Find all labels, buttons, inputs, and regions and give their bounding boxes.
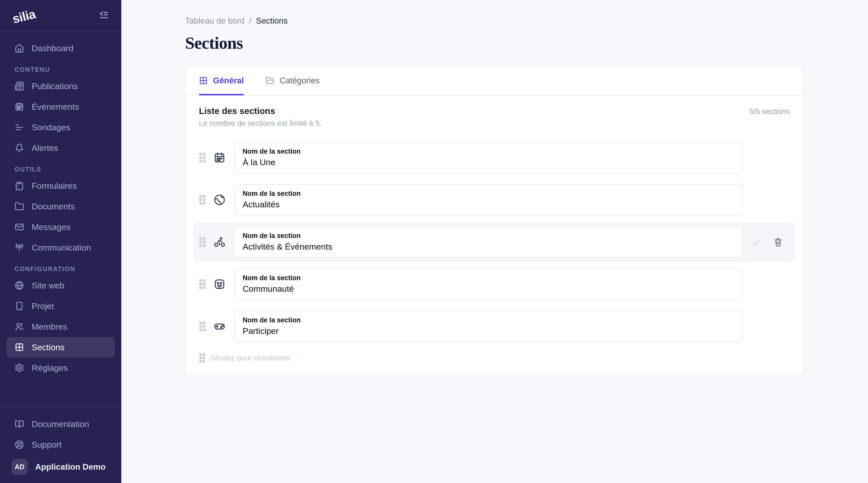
folder-open-icon (266, 76, 275, 85)
face-smile-icon (214, 278, 225, 290)
avatar: AD (11, 459, 28, 475)
tab-general[interactable]: Général (199, 66, 244, 95)
home-icon (14, 43, 24, 53)
section-name-field[interactable]: Nom de la section (234, 184, 743, 215)
sections-list: Nom de la section Nom de la section (199, 138, 789, 346)
life-buoy-icon (14, 440, 24, 449)
sidebar-item-projet[interactable]: Projet (6, 296, 115, 316)
sidebar-item-label: Alertes (32, 143, 58, 153)
sidebar-item-site-web[interactable]: Site web (6, 275, 115, 296)
section-name-input[interactable] (243, 284, 734, 294)
sidebar-item-formulaires[interactable]: Formulaires (6, 175, 115, 196)
sidebar-item-dashboard[interactable]: Dashboard (6, 38, 115, 59)
confirm-button[interactable] (751, 237, 762, 247)
sidebar-item-sections[interactable]: Sections (6, 337, 115, 357)
drag-handle-icon[interactable] (199, 152, 207, 163)
sidebar-item-documents[interactable]: Documents (6, 196, 115, 217)
app-root: silia Dashboard CONTENU Publications Évé… (0, 0, 868, 483)
sidebar-item-label: Documentation (32, 419, 89, 429)
list-icon (14, 123, 24, 132)
grid-icon (14, 343, 24, 352)
user-menu[interactable]: AD Application Demo (6, 455, 115, 477)
sidebar-item-sondages[interactable]: Sondages (6, 117, 115, 137)
section-name-input[interactable] (243, 326, 734, 336)
tab-categories[interactable]: Catégories (266, 66, 320, 95)
list-subtitle: Le nombre de sections est limité à 5. (199, 119, 789, 128)
tab-label: Général (213, 76, 244, 85)
trash-icon (773, 237, 783, 247)
grid-icon (199, 76, 208, 85)
breadcrumb-separator: / (249, 16, 251, 26)
sidebar-item-label: Publications (32, 81, 78, 91)
list-title: Liste des sections (199, 106, 275, 116)
breadcrumb: Tableau de bord / Sections (185, 16, 803, 26)
antenna-icon (14, 243, 24, 252)
gamepad-icon (214, 320, 225, 332)
sidebar-item-documentation[interactable]: Documentation (6, 414, 115, 434)
section-name-field[interactable]: Nom de la section (234, 268, 743, 300)
sidebar-group-contenu: CONTENU (14, 66, 107, 73)
sidebar-item-label: Projet (32, 301, 54, 311)
sidebar-header: silia (0, 0, 121, 31)
section-row: Nom de la section (193, 138, 795, 177)
page-title: Sections (185, 33, 803, 53)
newspaper-icon (14, 81, 24, 91)
sections-counter: 5/5 sections (749, 107, 789, 116)
sidebar-group-outils: OUTILS (14, 166, 107, 173)
section-name-field[interactable]: Nom de la section (234, 311, 743, 342)
app-logo: silia (11, 6, 37, 26)
sidebar-item-label: Communication (32, 243, 91, 253)
folder-icon (14, 201, 24, 211)
sidebar-item-membres[interactable]: Membres (6, 316, 115, 337)
sidebar-item-label: Documents (32, 201, 75, 212)
field-label: Nom de la section (243, 274, 734, 282)
book-open-icon (14, 419, 24, 429)
gear-icon (14, 363, 24, 373)
section-row: Nom de la section (193, 265, 795, 304)
sidebar-item-label: Formulaires (32, 181, 76, 191)
field-label: Nom de la section (243, 190, 734, 198)
sidebar-item-support[interactable]: Support (6, 434, 115, 455)
sidebar-item-label: Support (32, 440, 62, 450)
drag-handle-icon[interactable] (199, 194, 207, 205)
globe-icon (14, 281, 24, 290)
sidebar-item-messages[interactable]: Messages (6, 217, 115, 237)
collapse-sidebar-icon (98, 10, 109, 21)
section-row: Nom de la section (193, 307, 795, 346)
user-name: Application Demo (35, 462, 106, 472)
section-name-field[interactable]: Nom de la section (234, 226, 743, 258)
users-icon (14, 322, 24, 331)
sidebar-item-reglages[interactable]: Réglages (6, 357, 115, 378)
sidebar-item-label: Sondages (32, 123, 70, 132)
delete-button[interactable] (773, 237, 783, 247)
sidebar-item-alertes[interactable]: Alertes (6, 137, 115, 158)
section-name-field[interactable]: Nom de la section (234, 142, 743, 173)
bike-icon (214, 236, 225, 248)
sidebar: silia Dashboard CONTENU Publications Évé… (0, 0, 121, 483)
breadcrumb-parent-link[interactable]: Tableau de bord (185, 16, 245, 26)
sidebar-item-label: Dashboard (32, 43, 73, 53)
section-name-input[interactable] (243, 157, 734, 167)
calendar-icon (14, 102, 24, 111)
section-name-input[interactable] (243, 200, 734, 210)
bell-icon (14, 143, 24, 153)
sidebar-item-publications[interactable]: Publications (6, 76, 115, 96)
smartphone-icon (14, 301, 24, 311)
field-label: Nom de la section (243, 148, 734, 155)
sidebar-item-communication[interactable]: Communication (6, 237, 115, 258)
list-header: Liste des sections 5/5 sections (199, 106, 789, 116)
sidebar-item-label: Sections (32, 343, 64, 352)
sidebar-item-label: Site web (32, 281, 64, 290)
mail-icon (14, 222, 24, 232)
sidebar-item-evenements[interactable]: Événements (6, 96, 115, 117)
drag-handle-icon[interactable] (199, 321, 207, 332)
clipboard-icon (14, 181, 24, 191)
drag-handle-icon[interactable] (199, 236, 207, 248)
sidebar-footer: Documentation Support AD Application Dem… (0, 406, 121, 483)
section-row-highlighted: Nom de la section (193, 222, 795, 262)
sidebar-collapse-button[interactable] (97, 8, 111, 23)
main-content: Tableau de bord / Sections Sections Géné… (121, 0, 868, 483)
sidebar-group-configuration: CONFIGURATION (14, 265, 107, 272)
drag-handle-icon[interactable] (199, 279, 207, 290)
section-name-input[interactable] (243, 242, 734, 252)
